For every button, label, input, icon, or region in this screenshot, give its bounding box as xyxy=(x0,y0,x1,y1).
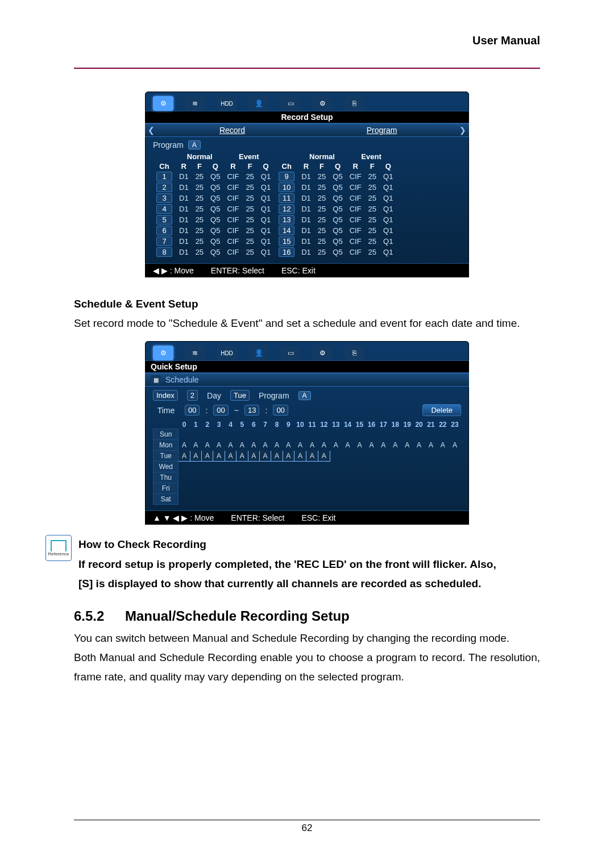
schedule-slot[interactable] xyxy=(294,429,306,440)
schedule-slot[interactable] xyxy=(437,429,449,440)
schedule-slot[interactable] xyxy=(354,429,366,440)
time-m2[interactable]: 00 xyxy=(273,405,288,416)
schedule-slot[interactable] xyxy=(248,472,259,483)
schedule-slot[interactable]: A xyxy=(248,440,259,451)
schedule-row[interactable]: Thu xyxy=(154,472,461,483)
schedule-slot[interactable] xyxy=(389,483,401,494)
schedule-slot[interactable] xyxy=(318,483,330,494)
schedule-slot[interactable]: A xyxy=(237,440,248,451)
schedule-slot[interactable] xyxy=(213,462,225,472)
schedule-slot[interactable] xyxy=(449,451,460,462)
schedule-slot[interactable]: A xyxy=(413,440,425,451)
schedule-slot[interactable]: A xyxy=(318,451,330,462)
schedule-slot[interactable] xyxy=(259,494,271,505)
table-row[interactable]: 10D125Q5CIF25Q1 xyxy=(275,182,396,193)
schedule-slot[interactable] xyxy=(342,494,354,505)
schedule-slot[interactable]: A xyxy=(318,440,330,451)
schedule-slot[interactable] xyxy=(401,483,413,494)
schedule-slot[interactable] xyxy=(202,429,213,440)
schedule-slot[interactable]: A xyxy=(283,440,294,451)
schedule-slot[interactable] xyxy=(179,483,190,494)
schedule-slot[interactable] xyxy=(413,494,425,505)
schedule-slot[interactable] xyxy=(413,472,425,483)
schedule-slot[interactable] xyxy=(425,429,437,440)
schedule-slot[interactable] xyxy=(190,429,201,440)
time-m1[interactable]: 00 xyxy=(213,405,228,416)
schedule-slot[interactable] xyxy=(389,472,401,483)
schedule-slot[interactable] xyxy=(202,483,213,494)
schedule-slot[interactable] xyxy=(366,429,377,440)
time-h2[interactable]: 13 xyxy=(244,405,259,416)
schedule-slot[interactable] xyxy=(237,483,248,494)
user-icon[interactable]: 👤 xyxy=(248,346,269,360)
schedule-slot[interactable]: A xyxy=(437,440,449,451)
table-row[interactable]: 15D125Q5CIF25Q1 xyxy=(275,236,396,247)
tab-right-arrow-icon[interactable]: ❯ xyxy=(457,126,469,135)
table-row[interactable]: 16D125Q5CIF25Q1 xyxy=(275,247,396,258)
schedule-slot[interactable]: A xyxy=(283,451,294,462)
schedule-slot[interactable] xyxy=(437,483,449,494)
schedule-slot[interactable] xyxy=(437,472,449,483)
tab-schedule[interactable]: Schedule xyxy=(161,373,203,386)
table-row[interactable]: 8D125Q5CIF25Q1 xyxy=(153,247,274,258)
schedule-slot[interactable] xyxy=(283,483,294,494)
delete-button[interactable]: Delete xyxy=(422,404,461,416)
exit-icon[interactable]: ⎘ xyxy=(344,346,364,360)
schedule-slot[interactable]: A xyxy=(225,440,236,451)
schedule-slot[interactable]: A xyxy=(271,440,283,451)
schedule-slot[interactable]: A xyxy=(213,440,225,451)
schedule-slot[interactable] xyxy=(354,462,366,472)
schedule-row[interactable]: Sat xyxy=(154,494,461,505)
schedule-slot[interactable] xyxy=(237,472,248,483)
schedule-slot[interactable] xyxy=(425,451,437,462)
schedule-slot[interactable] xyxy=(294,483,306,494)
schedule-slot[interactable] xyxy=(225,462,236,472)
schedule-slot[interactable] xyxy=(389,494,401,505)
table-row[interactable]: 1D125Q5CIF25Q1 xyxy=(153,171,274,182)
schedule-slot[interactable]: A xyxy=(179,451,190,462)
schedule-slot[interactable] xyxy=(318,472,330,483)
schedule-slot[interactable] xyxy=(354,494,366,505)
tab-record[interactable]: Record xyxy=(157,124,307,136)
schedule-slot[interactable] xyxy=(389,462,401,472)
schedule-slot[interactable] xyxy=(190,494,201,505)
table-row[interactable]: 14D125Q5CIF25Q1 xyxy=(275,225,396,236)
schedule-slot[interactable] xyxy=(377,494,389,505)
schedule-slot[interactable] xyxy=(366,462,377,472)
schedule-slot[interactable] xyxy=(283,462,294,472)
schedule-slot[interactable] xyxy=(248,429,259,440)
schedule-slot[interactable] xyxy=(377,451,389,462)
schedule-slot[interactable] xyxy=(306,462,318,472)
schedule-slot[interactable] xyxy=(377,429,389,440)
display-icon[interactable]: ▭ xyxy=(280,346,301,360)
schedule-slot[interactable] xyxy=(449,472,460,483)
schedule-slot[interactable] xyxy=(283,472,294,483)
schedule-slot[interactable] xyxy=(271,462,283,472)
schedule-slot[interactable]: A xyxy=(354,440,366,451)
schedule-slot[interactable] xyxy=(330,472,342,483)
schedule-slot[interactable]: A xyxy=(342,440,354,451)
schedule-slot[interactable]: A xyxy=(425,440,437,451)
schedule-slot[interactable] xyxy=(248,462,259,472)
schedule-slot[interactable] xyxy=(449,429,460,440)
schedule-slot[interactable]: A xyxy=(401,440,413,451)
schedule-slot[interactable] xyxy=(401,451,413,462)
schedule-slot[interactable] xyxy=(425,462,437,472)
program-value[interactable]: A xyxy=(298,391,311,400)
schedule-slot[interactable] xyxy=(248,483,259,494)
schedule-slot[interactable] xyxy=(306,472,318,483)
schedule-slot[interactable]: A xyxy=(190,440,201,451)
schedule-slot[interactable] xyxy=(354,451,366,462)
tab-left-arrow-icon[interactable]: ❮ xyxy=(145,126,157,135)
schedule-slot[interactable]: A xyxy=(248,451,259,462)
schedule-slot[interactable] xyxy=(179,429,190,440)
schedule-slot[interactable] xyxy=(330,451,342,462)
schedule-slot[interactable] xyxy=(449,462,460,472)
day-value[interactable]: Tue xyxy=(230,390,250,401)
schedule-slot[interactable] xyxy=(330,462,342,472)
schedule-slot[interactable] xyxy=(449,483,460,494)
schedule-slot[interactable] xyxy=(179,462,190,472)
schedule-slot[interactable] xyxy=(377,483,389,494)
schedule-slot[interactable] xyxy=(342,429,354,440)
schedule-slot[interactable] xyxy=(225,483,236,494)
